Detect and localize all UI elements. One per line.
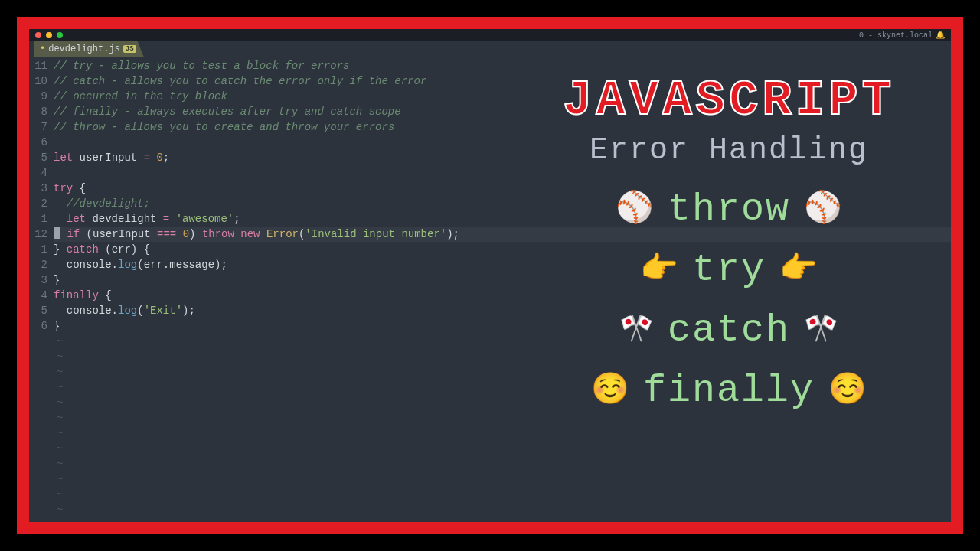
flag-icon: 🎌 [804, 317, 838, 344]
line-number: 10 [29, 73, 47, 89]
smile-icon: ☺️ [591, 376, 629, 406]
line-number-gutter: 11 10 9 8 7 6 5 4 3 2 1 12 1 2 3 4 5 6 [29, 58, 54, 522]
empty-line-marker: ~ [54, 502, 951, 517]
line-number: 11 [29, 58, 47, 73]
bell-icon: 🔔 [936, 31, 945, 40]
line-number: 6 [29, 318, 47, 334]
pointing-hand-icon: 👉 [640, 255, 678, 285]
keyword-list: ⚾ throw ⚾ 👉 try 👉 🎌 catch 🎌 ☺️ finally [591, 187, 867, 412]
window-status: 0 - skynet.local 🔔 [859, 31, 945, 40]
keyword-row-finally: ☺️ finally ☺️ [591, 369, 867, 412]
smile-icon: ☺️ [828, 376, 867, 406]
modified-dot-icon: • [40, 44, 45, 54]
line-number: 7 [29, 119, 47, 135]
tab-filename: devdelight.js [48, 44, 120, 54]
file-tab[interactable]: • devdelight.js JS [34, 41, 144, 57]
line-number: 1 [29, 242, 47, 257]
flag-icon: 🎌 [619, 317, 654, 344]
title-overlay: JAVASCRIPT Error Handling ⚾ throw ⚾ 👉 tr… [507, 63, 951, 493]
close-icon[interactable] [35, 32, 41, 38]
editor-window: 0 - skynet.local 🔔 • devdelight.js JS 11… [29, 29, 951, 522]
line-number: 12 [29, 227, 47, 242]
line-number: 2 [29, 196, 47, 211]
line-number: 3 [29, 272, 47, 288]
cursor-icon [54, 227, 60, 239]
line-number: 8 [29, 104, 47, 119]
overlay-subtitle: Error Handling [590, 133, 868, 168]
keyword-label: finally [643, 369, 815, 412]
zoom-icon[interactable] [57, 32, 63, 38]
keyword-row-catch: 🎌 catch 🎌 [619, 308, 838, 352]
baseball-icon: ⚾ [616, 194, 654, 225]
window-titlebar: 0 - skynet.local 🔔 [29, 29, 951, 41]
line-number: 6 [29, 135, 47, 150]
thumbnail-frame: 0 - skynet.local 🔔 • devdelight.js JS 11… [17, 17, 963, 534]
line-number: 9 [29, 89, 47, 104]
host-status-text: 0 - skynet.local [859, 31, 933, 40]
keyword-label: throw [668, 187, 790, 231]
minimize-icon[interactable] [46, 32, 52, 38]
baseball-icon: ⚾ [804, 194, 842, 225]
line-number: 3 [29, 181, 47, 196]
keyword-label: catch [668, 308, 790, 352]
tab-bar: • devdelight.js JS [29, 41, 951, 57]
keyword-label: try [692, 248, 766, 292]
keyword-row-try: 👉 try 👉 [640, 248, 818, 292]
overlay-title: JAVASCRIPT [563, 77, 895, 126]
pointing-hand-icon: 👉 [779, 255, 818, 285]
line-number: 1 [29, 211, 47, 227]
line-number: 5 [29, 303, 47, 318]
line-number: 4 [29, 288, 47, 303]
line-number: 2 [29, 257, 47, 272]
line-number: 4 [29, 165, 47, 181]
traffic-lights[interactable] [35, 32, 63, 38]
line-number: 5 [29, 150, 47, 165]
js-badge: JS [123, 45, 136, 53]
keyword-row-throw: ⚾ throw ⚾ [616, 187, 842, 231]
